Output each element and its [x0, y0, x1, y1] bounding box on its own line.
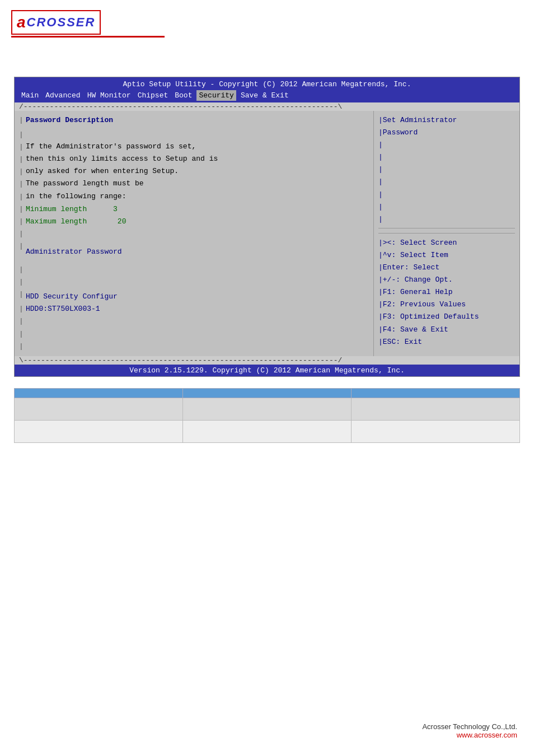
- desc-line-3: only asked for when entering Setup.: [26, 166, 179, 178]
- bios-top-separator: /---------------------------------------…: [15, 102, 519, 111]
- bios-title: Aptio Setup Utility - Copyright (C) 2012…: [19, 79, 515, 90]
- pipe-left: |: [19, 315, 24, 328]
- row-desc-3: | only asked for when entering Setup.: [19, 166, 369, 178]
- table-header-row: [15, 388, 520, 398]
- row-blank4: |: [19, 276, 369, 288]
- row-hdd-device: | HDD0:ST750LX003-1: [19, 303, 369, 315]
- bios-left-panel: | Password Description | | If the Admini…: [15, 111, 374, 356]
- pipe-left: |: [19, 303, 24, 315]
- table-cell: [15, 398, 183, 420]
- pipe-left: |: [19, 203, 24, 216]
- menu-item-security[interactable]: Security: [196, 90, 236, 101]
- pipe-left: |: [19, 191, 24, 203]
- pipe-left: |: [19, 264, 24, 276]
- row-desc-4: | The password length must be: [19, 178, 369, 190]
- desc-line-4: The password length must be: [26, 178, 144, 190]
- footer-company: Acrosser Technology Co.,Ltd.: [422, 722, 517, 731]
- table-header-col2: [183, 388, 352, 398]
- help-blank-3: |: [378, 164, 515, 176]
- table-header-col1: [15, 388, 183, 398]
- table-cell: [183, 398, 352, 420]
- nav-section: |><: Select Screen |^v: Select Item |Ent…: [378, 233, 515, 348]
- nav-line-5: |F1: General Help: [378, 286, 515, 298]
- password-description-title: Password Description: [26, 114, 113, 127]
- table-row: [15, 420, 520, 442]
- row-blank1: |: [19, 129, 369, 141]
- pipe-left: |: [19, 178, 24, 190]
- hdd-device-label[interactable]: HDD0:ST750LX003-1: [26, 303, 100, 315]
- nav-line-2: |^v: Select Item: [378, 249, 515, 262]
- bios-bottom-separator: \---------------------------------------…: [15, 356, 519, 365]
- footer-website: www.acrosser.com: [422, 731, 517, 739]
- desc-line-5: in the following range:: [26, 191, 126, 203]
- row-section-title: | Password Description: [19, 114, 369, 129]
- right-separator: [378, 228, 515, 228]
- help-blank-5: |: [378, 189, 515, 201]
- help-blank-1: |: [378, 139, 515, 151]
- hdd-security-configur-label[interactable]: HDD Security Configur: [26, 291, 118, 303]
- pipe-left: |: [19, 216, 24, 228]
- logo-area: a CROSSER: [0, 0, 534, 43]
- nav-line-1: |><: Select Screen: [378, 237, 515, 249]
- nav-line-9: |ESC: Exit: [378, 336, 515, 348]
- logo-box: a CROSSER: [11, 10, 101, 35]
- table-cell: [352, 398, 520, 420]
- row-min-length: | Minimum length 3: [19, 203, 369, 216]
- pipe-left: |: [19, 276, 24, 288]
- row-blank2: |: [19, 228, 369, 240]
- bios-titlebar: Aptio Setup Utility - Copyright (C) 2012…: [15, 77, 519, 102]
- help-section: |Set Administrator |Password | | | | | |…: [378, 114, 515, 226]
- pipe-left: |: [19, 340, 24, 353]
- bios-version-bar: Version 2.15.1229. Copyright (C) 2012 Am…: [15, 365, 519, 376]
- menu-item-saveexit[interactable]: Save & Exit: [238, 90, 291, 101]
- menu-item-advanced[interactable]: Advanced: [43, 90, 82, 101]
- row-desc-2: | then this only limits access to Setup …: [19, 153, 369, 166]
- row-blank3: |: [19, 264, 369, 276]
- bios-content: | Password Description | | If the Admini…: [15, 111, 519, 356]
- table-cell: [352, 420, 520, 442]
- bios-right-panel: |Set Administrator |Password | | | | | |…: [374, 111, 519, 356]
- nav-line-6: |F2: Previous Values: [378, 298, 515, 311]
- pipe-left: |: [19, 288, 24, 301]
- footer-area: Acrosser Technology Co.,Ltd. www.acrosse…: [422, 722, 517, 739]
- nav-line-8: |F4: Save & Exit: [378, 324, 515, 336]
- help-blank-4: |: [378, 176, 515, 188]
- table-cell: [183, 420, 352, 442]
- menu-item-main[interactable]: Main: [19, 90, 41, 101]
- desc-line-2: then this only limits access to Setup an…: [26, 153, 218, 165]
- row-desc-5: | in the following range:: [19, 191, 369, 203]
- administrator-password-label[interactable]: Administrator Password: [26, 246, 122, 258]
- bios-screen: Aptio Setup Utility - Copyright (C) 2012…: [14, 77, 520, 377]
- help-blank-6: |: [378, 201, 515, 213]
- pipe-left: |: [19, 328, 24, 340]
- menu-item-chipset[interactable]: Chipset: [135, 90, 171, 101]
- table-header-col3: [352, 388, 520, 398]
- pipe-left: |: [19, 114, 24, 127]
- pipe-left: |: [19, 240, 24, 253]
- help-blank-2: |: [378, 151, 515, 164]
- row-admin-pwd: | Administrator Password: [19, 240, 369, 264]
- logo-a-letter: a: [17, 13, 26, 31]
- min-length-param: Minimum length 3: [26, 203, 118, 216]
- nav-line-4: |+/-: Change Opt.: [378, 274, 515, 286]
- row-blank5: |: [19, 315, 369, 328]
- row-desc-1: | If the Administrator's password is set…: [19, 141, 369, 153]
- logo-underline: [11, 36, 523, 38]
- row-max-length: | Maximum length 20: [19, 216, 369, 228]
- table-row: [15, 398, 520, 420]
- desc-line-1: If the Administrator's password is set,: [26, 141, 196, 153]
- help-line-2: |Password: [378, 127, 515, 139]
- bios-menu[interactable]: Main Advanced HW Monitor Chipset Boot Se…: [19, 90, 515, 101]
- logo-brand-text: CROSSER: [27, 15, 96, 30]
- nav-line-7: |F3: Optimized Defaults: [378, 311, 515, 323]
- row-hdd-config: | HDD Security Configur: [19, 288, 369, 303]
- max-length-param: Maximum length 20: [26, 216, 126, 228]
- nav-line-3: |Enter: Select: [378, 262, 515, 274]
- pipe-left: |: [19, 141, 24, 153]
- menu-item-boot[interactable]: Boot: [172, 90, 194, 101]
- help-blank-7: |: [378, 213, 515, 226]
- table-cell: [15, 420, 183, 442]
- row-blank7: |: [19, 340, 369, 353]
- menu-item-hwmonitor[interactable]: HW Monitor: [85, 90, 133, 101]
- data-table: [14, 388, 520, 443]
